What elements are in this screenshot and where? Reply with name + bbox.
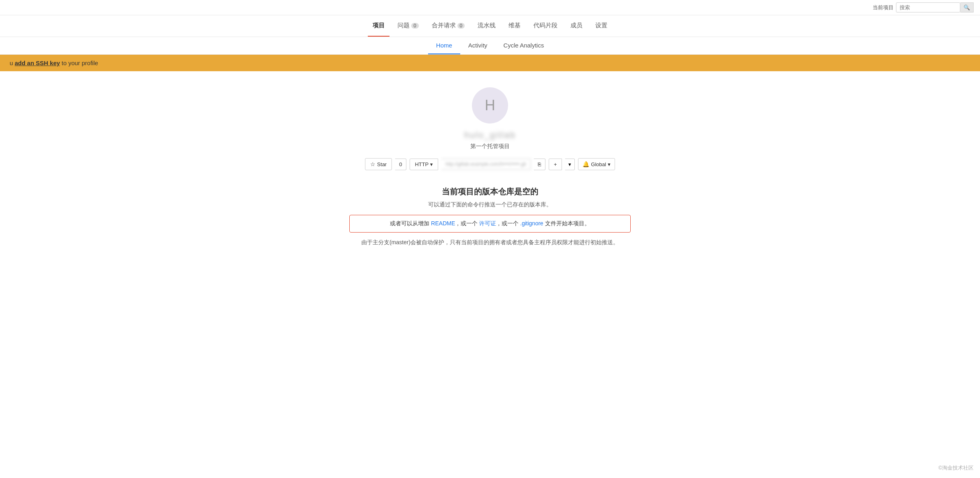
top-bar: 当前项目 🔍 [0,0,980,15]
gitignore-link[interactable]: .gitignore [520,220,543,227]
search-button[interactable]: 🔍 [960,2,974,12]
nav-item-settings[interactable]: 设置 [590,15,612,37]
nav-item-merge-requests[interactable]: 合并请求 0 [427,15,470,37]
chevron-down-icon: ▾ [430,161,433,167]
tab-cycle-analytics[interactable]: Cycle Analytics [495,37,552,54]
empty-repo-title: 当前项目的版本仓库是空的 [442,186,538,197]
nav-item-snippets[interactable]: 代码片段 [529,15,562,37]
nav-item-project[interactable]: 项目 [368,15,390,37]
star-button[interactable]: ☆ Star [365,158,392,170]
tab-activity[interactable]: Activity [460,37,496,54]
add-dropdown-button[interactable]: ▾ [565,159,575,170]
merge-requests-badge: 0 [457,23,465,29]
http-dropdown-button[interactable]: HTTP ▾ [410,159,438,170]
action-bar: ☆ Star 0 HTTP ▾ http://gitlab.example.co… [365,158,615,170]
copy-url-button[interactable]: ⎘ [534,159,545,170]
chevron-down-icon-notif: ▾ [608,161,611,167]
master-protection-note: 由于主分支(master)会被自动保护，只有当前项目的拥有者或者您具备主程序员权… [361,239,619,246]
license-link[interactable]: 许可证 [479,220,496,227]
project-description: 第一个托管项目 [470,143,510,150]
nav-item-issues[interactable]: 问题 0 [393,15,424,37]
nav-item-wiki[interactable]: 维基 [504,15,525,37]
quick-start-box: 或者可以从增加 README，或一个 许可证，或一个 .gitignore 文件… [349,215,631,233]
main-nav: 项目 问题 0 合并请求 0 流水线 维基 代码片段 成员 设置 [0,15,980,37]
copy-icon: ⎘ [538,161,541,167]
issues-badge: 0 [411,23,419,29]
avatar: H [472,87,508,124]
project-name: hulo_gitlab [464,130,516,140]
star-count: 0 [395,159,406,170]
tab-home[interactable]: Home [428,37,460,54]
search-label: 当前项目 [873,4,894,11]
star-icon: ☆ [370,161,375,167]
add-button[interactable]: + [549,159,562,170]
content-area: H hulo_gitlab 第一个托管项目 ☆ Star 0 HTTP ▾ ht… [0,71,980,269]
notification-button[interactable]: 🔔 Global ▾ [578,158,615,170]
readme-link[interactable]: README [431,220,455,227]
nav-item-members[interactable]: 成员 [566,15,587,37]
sub-nav: Home Activity Cycle Analytics [0,37,980,55]
empty-repo-subtitle: 可以通过下面的命令行推送一个已存在的版本库。 [428,201,552,208]
empty-repo-section: 当前项目的版本仓库是空的 可以通过下面的命令行推送一个已存在的版本库。 或者可以… [349,186,631,253]
search-input[interactable] [896,2,960,12]
nav-item-pipeline[interactable]: 流水线 [473,15,500,37]
warning-banner: u add an SSH key to your profile [0,55,980,71]
repo-url-display: http://gitlab.example.com/h••••/•••••.gi… [441,159,531,170]
bell-icon: 🔔 [582,161,589,167]
add-ssh-key-link[interactable]: add an SSH key [15,60,60,66]
